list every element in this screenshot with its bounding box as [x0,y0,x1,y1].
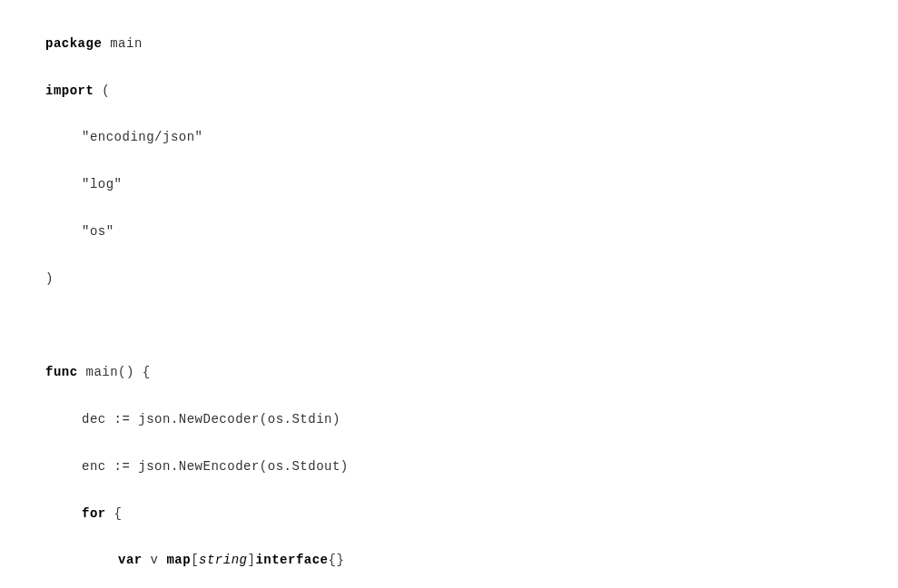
code-line: import ( [45,80,853,103]
text: "log" [82,177,123,191]
code-line: dec := json.NewDecoder(os.Stdin) [45,408,853,432]
text: [ [191,553,199,567]
code-line: var v map[string]interface{} [45,549,853,573]
code-line [45,315,853,338]
code-line: "os" [45,220,853,244]
text: enc := json.NewEncoder(os.Stdout) [82,459,349,474]
text: v [143,553,167,567]
text: main() { [78,365,151,379]
keyword-import: import [45,83,94,98]
text: { [106,506,123,521]
keyword-package: package [45,36,102,51]
code-line: for { [45,503,853,526]
text: main [102,36,143,51]
code-line: enc := json.NewEncoder(os.Stdout) [45,456,853,479]
text: ) [45,271,54,286]
text: "os" [82,224,114,239]
code-line: package main [45,33,853,56]
code-line: "log" [45,173,853,197]
code-line: "encoding/json" [45,126,853,150]
keyword-map: map [166,553,191,567]
keyword-func: func [45,365,78,379]
code-line: ) [45,268,853,291]
text: dec := json.NewDecoder(os.Stdin) [82,412,340,426]
keyword-for: for [82,506,106,521]
text: ( [94,83,110,98]
code-line: func main() { [45,361,853,385]
text: {} [329,553,345,567]
type-string: string [199,553,247,567]
code-block: package main import ( "encoding/json" "l… [0,0,898,588]
keyword-var: var [118,553,143,567]
text: "encoding/json" [82,130,203,144]
keyword-interface: interface [255,553,328,567]
